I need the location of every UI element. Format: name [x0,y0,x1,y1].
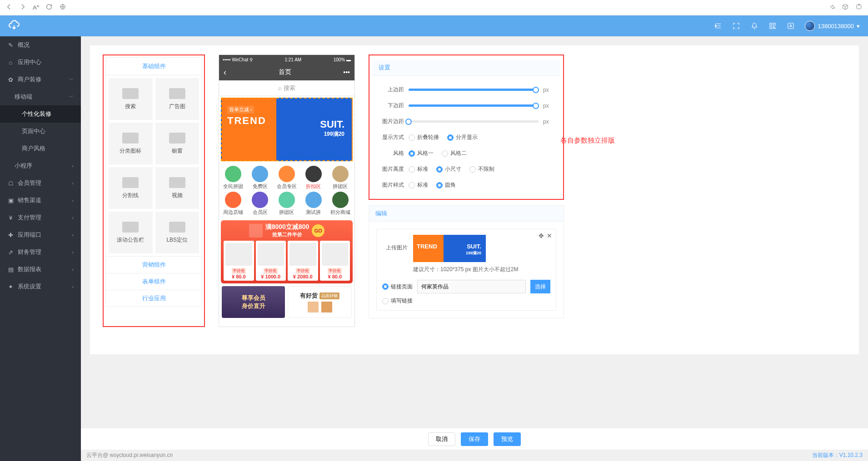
globe-icon[interactable] [59,3,66,12]
forward-icon[interactable] [19,3,26,12]
palette-item-2[interactable]: 分类图标 [109,123,153,164]
user-menu[interactable]: 13800138000 ▾ [805,21,860,31]
category-dot-icon [332,166,349,182]
category-icon-9[interactable]: 积分商城 [327,192,354,216]
radio-icon [409,150,415,157]
refresh-icon[interactable] [45,3,53,12]
category-icon-6[interactable]: 会员区 [247,192,274,216]
sidebar-item-2[interactable]: ✿商户装修﹀ [0,71,81,88]
extension-icon[interactable] [855,3,863,12]
rg-imgstyle-opt-1[interactable]: 圆角 [436,181,456,189]
close-icon[interactable]: ✕ [547,232,552,239]
back-icon[interactable]: ‹ [224,68,226,77]
sidebar-item-5[interactable]: 页面中心 [0,123,81,140]
back-icon[interactable] [5,3,13,12]
cancel-button[interactable]: 取消 [428,432,455,446]
promo-strip[interactable]: 满8000立减800 抢第二件半价 GO 半价抢¥ 80.0半价抢¥ 1000.… [221,220,353,283]
category-icon-4[interactable]: 拼团区 [327,166,354,190]
chevron-icon: › [72,180,74,186]
qr-icon[interactable] [768,22,777,30]
slider-top-margin[interactable] [409,89,539,91]
rg-height-opt-0[interactable]: 标准 [409,165,428,173]
radio-fill-link[interactable]: 填写链接 [382,297,413,305]
browser-chrome: AA [0,0,868,15]
indent-icon[interactable] [714,22,722,30]
category-dot-icon [305,192,322,208]
status-carrier: ••••• WeChat ⚲ [223,57,253,62]
radio-link-page[interactable]: 链接页面 [382,283,413,291]
sidebar-item-7[interactable]: 小程序› [0,157,81,174]
promo-item-1[interactable]: 半价抢¥ 1000.0 [256,241,286,281]
category-icon-1[interactable]: 免费区 [247,166,274,190]
more-icon[interactable]: ••• [343,69,350,76]
chevron-icon: › [72,198,74,203]
fullscreen-icon[interactable] [732,22,740,30]
rg-height-opt-2[interactable]: 不限制 [469,165,494,173]
phone-status-bar: ••••• WeChat ⚲ 1:21 AM 100% ▬ [219,55,354,64]
palette-footer-2[interactable]: 行业应用 [106,290,202,307]
category-dot-icon [225,166,241,182]
sidebar-item-4[interactable]: 个性化装修 [0,105,81,123]
palette-footer-0[interactable]: 营销组件 [106,256,202,273]
row-bottom-margin: 下边距 px [372,99,560,115]
palette-item-3[interactable]: 橱窗 [155,123,200,164]
sidebar-item-9[interactable]: ▣销售渠道› [0,192,81,209]
link-row: 链接页面 选择 [382,280,550,293]
sidebar-item-14[interactable]: ✦系统设置› [0,278,81,295]
sidebar-item-8[interactable]: ☖会员管理› [0,174,81,192]
phone-search[interactable]: ⌕ 搜索 [219,80,354,96]
main-area: 基础组件 搜索广告图分类图标橱窗分割线视频滚动公告栏LBS定位 营销组件表单组件… [81,36,868,461]
select-button[interactable]: 选择 [530,280,550,293]
sidebar-item-12[interactable]: ⇗财务管理› [0,243,81,261]
promo-item-3[interactable]: 半价抢¥ 80.0 [320,241,350,281]
goods-card[interactable]: 有好货 品质好物 [288,286,352,318]
rg-display-opt-0[interactable]: 折叠轮播 [409,134,439,141]
category-dot-icon [279,166,295,182]
category-icon-7[interactable]: 拼团区 [274,192,300,216]
palette-item-6[interactable]: 滚动公告栏 [109,212,153,253]
sidebar-item-13[interactable]: ▤数据报表› [0,261,81,278]
bell-icon[interactable] [750,22,758,30]
rg-display-opt-1[interactable]: 分开显示 [447,134,478,141]
palette-item-1[interactable]: 广告图 [155,78,200,120]
sidebar-item-3[interactable]: 移动端﹀ [0,88,81,105]
sidebar-item-10[interactable]: ¥支付管理› [0,209,81,226]
upload-thumb[interactable]: TREND SUIT. 199满20 [413,235,486,262]
slider-img-margin[interactable] [409,120,539,123]
search-placeholder: 搜索 [284,84,295,92]
palette-footer-1[interactable]: 表单组件 [106,273,202,290]
sidebar-item-11[interactable]: ✚应用端口› [0,226,81,243]
move-icon[interactable]: ✥ [539,232,544,239]
rg-height-opt-1[interactable]: 小尺寸 [436,165,461,173]
palette-item-4[interactable]: 分割线 [109,167,153,209]
link-input[interactable] [417,280,526,293]
upload-hint: 建议尺寸：1020*375 px 图片大小不超过2M [413,266,550,273]
font-size-icon[interactable] [787,22,795,30]
promo-item-2[interactable]: 半价抢¥ 2080.0 [288,241,318,281]
sidebar-item-0[interactable]: ✎概况 [0,36,81,54]
rg-style-opt-0[interactable]: 风格一 [409,149,434,157]
vip-card[interactable]: 尊享会员 身价直升 [222,286,285,318]
category-icon-0[interactable]: 全民拼团 [220,166,247,190]
category-icon-8[interactable]: 测试拼 [300,192,327,216]
category-icon-2[interactable]: 会员专区 [274,166,300,190]
promo-item-0[interactable]: 半价抢¥ 80.0 [224,241,254,281]
category-icon-3[interactable]: 折扣区 [300,166,327,190]
preview-button[interactable]: 预览 [494,432,521,446]
share-icon[interactable] [828,3,835,12]
cube-icon[interactable] [842,3,849,12]
rg-imgstyle-opt-0[interactable]: 标准 [409,181,428,189]
link-row-2: 填写链接 [382,297,550,305]
slider-bottom-margin[interactable] [409,104,539,107]
sidebar-item-1[interactable]: ⌂应用中心 [0,54,81,71]
status-time: 1:21 AM [284,57,301,62]
palette-item-7[interactable]: LBS定位 [155,212,200,253]
rg-style-opt-1[interactable]: 风格二 [442,149,467,157]
palette-item-0[interactable]: 搜索 [109,78,153,120]
font-icon[interactable]: AA [33,4,39,11]
phone-banner[interactable]: 首单立减 › TREND SUIT. 199满20 [221,98,353,161]
sidebar-item-6[interactable]: 商户风格 [0,140,81,157]
category-icon-5[interactable]: 周边店铺 [220,192,247,216]
palette-item-5[interactable]: 视频 [155,167,200,209]
save-button[interactable]: 保存 [461,432,488,446]
